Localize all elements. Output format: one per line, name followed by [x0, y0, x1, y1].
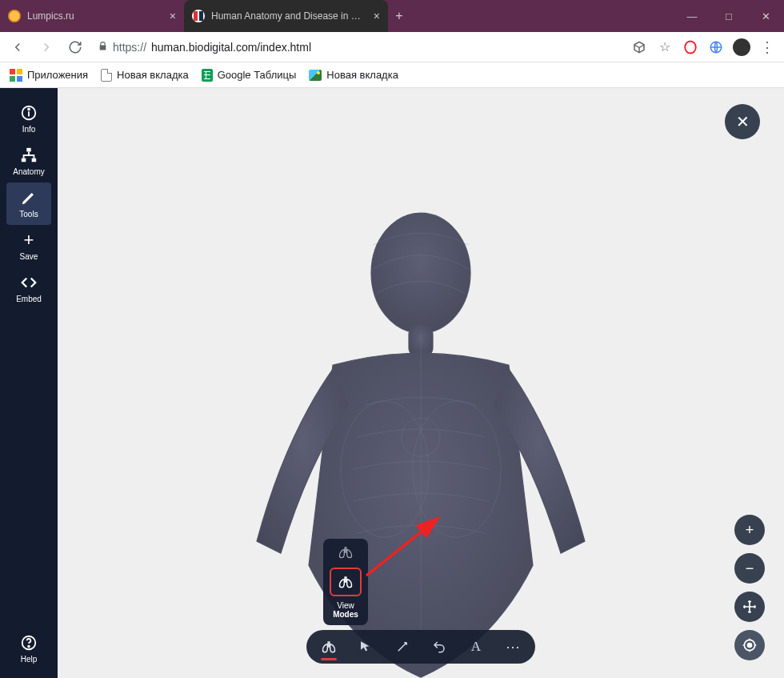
rail-label: Tools — [19, 210, 38, 219]
sheets-icon — [202, 69, 213, 82]
rail-info[interactable]: Info — [6, 98, 51, 140]
forward-button[interactable] — [35, 36, 58, 58]
lock-icon — [98, 41, 108, 54]
document-icon — [101, 69, 112, 82]
svg-point-18 — [748, 644, 752, 648]
pan-button[interactable] — [734, 592, 765, 622]
bookmark-label: Новая вкладка — [326, 69, 398, 81]
bottom-toolbar: A ⋯ — [306, 630, 535, 664]
address-bar: https://human.biodigital.com/index.html … — [0, 32, 784, 62]
image-icon — [309, 70, 322, 81]
rail-help[interactable]: Help — [6, 628, 51, 670]
window-close-button[interactable]: ✕ — [747, 0, 784, 32]
code-icon — [20, 274, 38, 291]
help-icon — [20, 634, 38, 652]
url-text: human.biodigital.com/index.html — [151, 41, 311, 54]
popover-label: View Modes — [333, 601, 358, 619]
star-icon[interactable]: ☆ — [654, 37, 675, 58]
translate-icon[interactable] — [629, 37, 650, 58]
bookmarks-bar: Приложения Новая вкладка Google Таблицы … — [0, 62, 784, 88]
model-viewport[interactable]: ✕ View Modes — [58, 88, 784, 678]
opera-icon[interactable] — [680, 37, 701, 58]
plus-icon: + — [20, 231, 38, 249]
rail-label: Help — [21, 655, 38, 664]
recenter-button[interactable] — [734, 630, 765, 660]
tab-biodigital[interactable]: Human Anatomy and Disease in … × — [184, 0, 388, 32]
svg-rect-7 — [26, 148, 31, 152]
favicon-lumpics — [8, 10, 21, 22]
svg-rect-0 — [194, 11, 198, 21]
bookmark-item[interactable]: Google Таблицы — [202, 69, 297, 82]
new-tab-button[interactable]: + — [388, 0, 410, 32]
toolbar-more[interactable]: ⋯ — [503, 635, 522, 659]
toolbar-undo[interactable] — [430, 635, 449, 659]
bookmark-item[interactable]: Новая вкладка — [101, 69, 189, 82]
left-rail: Info Anatomy Tools + Save Embed — [0, 88, 58, 678]
toolbar-annotate[interactable]: A — [466, 635, 486, 659]
rail-label: Anatomy — [13, 167, 44, 176]
svg-rect-8 — [22, 158, 26, 162]
favicon-biodigital — [192, 10, 205, 22]
rail-save[interactable]: + Save — [6, 225, 51, 267]
anatomy-figure — [213, 198, 629, 678]
pencil-icon — [20, 189, 38, 207]
bookmark-label: Новая вкладка — [117, 69, 189, 81]
close-icon[interactable]: × — [374, 10, 380, 22]
zoom-out-button[interactable]: − — [734, 553, 765, 584]
bookmark-apps[interactable]: Приложения — [10, 69, 88, 82]
tab-title: Lumpics.ru — [27, 10, 74, 22]
profile-avatar[interactable] — [731, 37, 752, 58]
svg-point-6 — [28, 109, 30, 110]
bookmark-item[interactable]: Новая вкладка — [309, 69, 398, 81]
rail-anatomy[interactable]: Anatomy — [6, 140, 51, 183]
svg-point-12 — [371, 214, 470, 334]
close-overlay-button[interactable]: ✕ — [725, 104, 760, 139]
minus-icon: − — [746, 560, 754, 577]
close-icon[interactable]: × — [170, 10, 176, 22]
rail-label: Info — [22, 125, 36, 134]
plus-icon: + — [746, 522, 754, 539]
window-titlebar: Lumpics.ru × Human Anatomy and Disease i… — [0, 0, 784, 32]
url-scheme: https:// — [113, 41, 146, 54]
globe-icon[interactable] — [706, 37, 726, 58]
close-icon: ✕ — [736, 112, 750, 131]
rail-embed[interactable]: Embed — [6, 267, 51, 310]
hierarchy-icon — [20, 146, 38, 164]
zoom-controls: + − — [734, 515, 765, 660]
toolbar-dissect[interactable] — [393, 635, 412, 659]
svg-rect-1 — [199, 11, 203, 21]
maximize-button[interactable]: □ — [710, 0, 747, 32]
tab-lumpics[interactable]: Lumpics.ru × — [0, 0, 184, 32]
bookmark-label: Приложения — [27, 69, 88, 81]
toolbar-cursor[interactable] — [356, 635, 375, 659]
view-mode-button[interactable] — [330, 568, 362, 596]
view-modes-popover: View Modes — [323, 539, 368, 625]
url-input[interactable]: https://human.biodigital.com/index.html — [93, 36, 622, 58]
rail-label: Save — [20, 252, 38, 261]
svg-rect-9 — [32, 158, 36, 162]
bookmark-label: Google Таблицы — [218, 69, 297, 81]
tab-title: Human Anatomy and Disease in … — [211, 10, 361, 22]
apps-icon — [10, 69, 22, 82]
minimize-button[interactable]: — — [674, 0, 710, 32]
info-icon — [20, 104, 38, 122]
toolbar-view-modes[interactable] — [319, 635, 338, 659]
xray-icon[interactable] — [338, 545, 354, 563]
zoom-in-button[interactable]: + — [734, 515, 765, 545]
app-area: Info Anatomy Tools + Save Embed — [0, 88, 784, 678]
back-button[interactable] — [6, 36, 29, 58]
rail-tools[interactable]: Tools — [6, 183, 51, 225]
window-controls: — □ ✕ — [674, 0, 784, 32]
svg-point-11 — [28, 646, 30, 648]
svg-point-2 — [685, 41, 696, 53]
kebab-menu-icon[interactable]: ⋮ — [757, 37, 778, 58]
rail-label: Embed — [16, 295, 42, 303]
reload-button[interactable] — [64, 36, 86, 58]
